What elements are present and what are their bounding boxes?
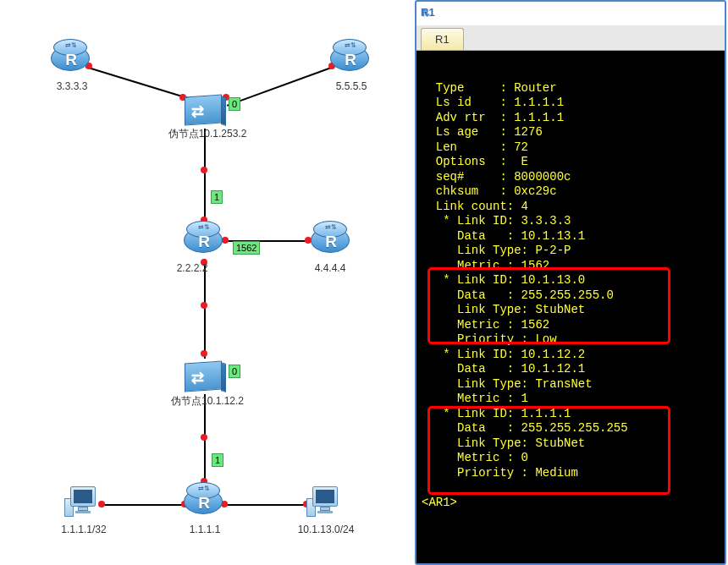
port-dot	[201, 434, 207, 441]
link	[227, 66, 334, 107]
pc-label: 1.1.1.1/32	[46, 524, 122, 535]
switch-label: 伪节点10.1.253.2	[152, 127, 262, 141]
switch-label: 伪节点10.1.12.2	[152, 394, 262, 409]
switch-node[interactable]: ⇄	[185, 355, 225, 396]
metric-badge: 0	[229, 97, 240, 111]
tab-r1[interactable]: R1	[421, 28, 464, 50]
metric-badge: 1	[212, 453, 223, 467]
link-icon: ⇄	[419, 8, 431, 17]
switch-node[interactable]: ⇄	[185, 89, 225, 129]
router-label: 5.5.5.5	[322, 80, 381, 92]
terminal-output[interactable]: Type : Router Ls id : 1.1.1.1 Adv rtr : …	[416, 51, 725, 563]
router-node[interactable]: ⇄⇅R	[330, 38, 371, 79]
terminal-window: ⇄ R1 R1 Type : Router Ls id : 1.1.1.1 Ad…	[415, 0, 726, 565]
router-label: 2.2.2.2	[171, 262, 213, 274]
router-label: 1.1.1.1	[179, 524, 230, 535]
router-node[interactable]: ⇄⇅R	[51, 38, 91, 79]
router-label: 4.4.4.4	[305, 262, 356, 274]
metric-badge: 0	[229, 365, 240, 378]
metric-badge: 1562	[233, 241, 260, 255]
router-node[interactable]: ⇄⇅R	[311, 220, 351, 261]
pc-node[interactable]	[64, 486, 102, 524]
port-dot	[201, 302, 207, 309]
pc-node[interactable]	[306, 486, 344, 524]
link	[204, 129, 206, 226]
topology-diagram: ⇄⇅R 3.3.3.3 ⇄⇅R 5.5.5.5 ⇄⇅R 2.2.2.2 ⇄⇅R …	[0, 0, 415, 565]
port-dot	[201, 167, 207, 173]
router-label: 3.3.3.3	[42, 80, 102, 92]
link	[99, 504, 190, 506]
router-node[interactable]: ⇄⇅R	[184, 220, 224, 261]
link	[220, 504, 311, 506]
tab-bar: R1	[416, 25, 725, 51]
router-node[interactable]: ⇄⇅R	[184, 481, 224, 522]
metric-badge: 1	[211, 190, 223, 204]
window-title: ⇄ R1	[421, 6, 435, 19]
pc-label: 10.1.13.0/24	[288, 524, 364, 535]
